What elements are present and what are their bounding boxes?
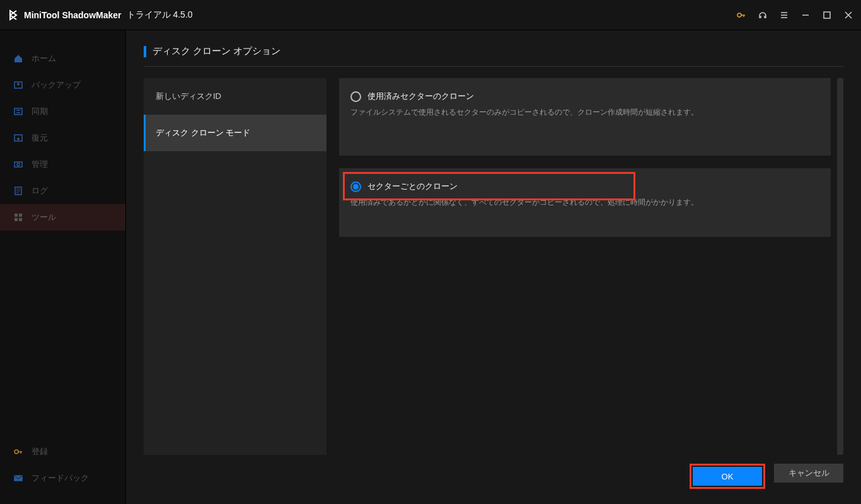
minimize-icon[interactable] (800, 10, 811, 20)
page-header: ディスク クローン オプション (144, 45, 843, 67)
sync-icon (13, 106, 24, 117)
svg-rect-9 (19, 214, 22, 217)
option-title: セクターごとのクローン (367, 181, 458, 192)
ok-button-highlight: OK (690, 464, 765, 489)
tab-new-disk-id[interactable]: 新しいディスクID (144, 78, 326, 115)
home-icon (13, 53, 24, 64)
svg-rect-10 (14, 218, 18, 221)
cancel-button[interactable]: キャンセル (774, 464, 843, 483)
radio-unselected-icon[interactable] (350, 91, 361, 102)
options-panel: 使用済みセクターのクローン ファイルシステムで使用されるセクターのみがコピーされ… (339, 78, 831, 455)
option-title: 使用済みセクターのクローン (367, 91, 474, 102)
svg-rect-11 (19, 218, 22, 221)
window-controls (736, 10, 853, 20)
sidebar-item-label: 同期 (32, 106, 48, 117)
logo-icon (8, 9, 19, 21)
scrollbar[interactable] (837, 78, 843, 455)
app-logo: MiniTool ShadowMaker トライアル 4.5.0 (8, 9, 193, 21)
tab-disk-clone-mode[interactable]: ディスク クローン モード (144, 115, 326, 151)
sidebar-item-label: ツール (32, 212, 56, 223)
sidebar-item-label: 管理 (32, 159, 48, 170)
key-icon[interactable] (736, 10, 746, 20)
sidebar-item-home[interactable]: ホーム (0, 45, 125, 72)
close-icon[interactable] (843, 10, 853, 20)
tab-label: ディスク クローン モード (156, 128, 250, 137)
sidebar-item-restore[interactable]: 復元 (0, 125, 125, 151)
option-used-sector-clone[interactable]: 使用済みセクターのクローン ファイルシステムで使用されるセクターのみがコピーされ… (339, 78, 831, 156)
radio-selected-icon[interactable] (350, 181, 361, 192)
restore-icon (13, 132, 24, 144)
content-area: ディスク クローン オプション 新しいディスクID ディスク クローン モード … (126, 30, 861, 504)
sidebar-item-feedback[interactable]: フィードバック (0, 465, 125, 491)
page-title: ディスク クローン オプション (153, 45, 280, 57)
ok-button[interactable]: OK (693, 467, 762, 486)
accent-bar (144, 46, 146, 57)
tab-label: 新しいディスクID (156, 91, 221, 101)
sidebar-item-label: バックアップ (32, 79, 81, 91)
svg-rect-8 (14, 214, 18, 217)
sidebar-item-tools[interactable]: ツール (0, 204, 125, 231)
svg-point-12 (14, 450, 18, 454)
key-icon (13, 446, 24, 457)
svg-point-0 (737, 13, 741, 17)
manage-icon (13, 159, 24, 170)
sidebar: ホーム バックアップ 同期 復元 管理 ログ ツール (0, 30, 126, 504)
option-desc: ファイルシステムで使用されるセクターのみがコピーされるので、クローン作成時間が短… (350, 107, 819, 118)
headset-icon[interactable] (758, 10, 768, 20)
svg-rect-3 (14, 108, 22, 115)
sidebar-item-label: ホーム (32, 53, 56, 64)
app-name: MiniTool ShadowMaker (24, 10, 122, 20)
backup-icon (13, 79, 24, 91)
titlebar: MiniTool ShadowMaker トライアル 4.5.0 (0, 0, 861, 30)
sidebar-item-label: 復元 (32, 132, 48, 144)
tools-icon (13, 212, 24, 223)
sidebar-item-manage[interactable]: 管理 (0, 151, 125, 178)
sidebar-item-register[interactable]: 登録 (0, 438, 125, 465)
sidebar-item-log[interactable]: ログ (0, 178, 125, 204)
tab-list: 新しいディスクID ディスク クローン モード (144, 78, 326, 455)
svg-point-6 (17, 163, 20, 166)
sidebar-item-label: ログ (32, 185, 48, 197)
sidebar-item-label: フィードバック (32, 472, 89, 484)
mail-icon (13, 472, 24, 484)
menu-icon[interactable] (779, 10, 789, 20)
sidebar-item-sync[interactable]: 同期 (0, 98, 125, 125)
svg-rect-5 (14, 162, 22, 167)
app-version: トライアル 4.5.0 (127, 9, 193, 21)
maximize-icon[interactable] (822, 10, 832, 20)
option-desc: 使用済みであるかどかに関係なく、すべてのセクターがコピーされるので、処理に時間が… (350, 197, 819, 208)
sidebar-item-backup[interactable]: バックアップ (0, 72, 125, 98)
sidebar-item-label: 登録 (32, 446, 48, 457)
option-sector-by-sector-clone[interactable]: セクターごとのクローン 使用済みであるかどかに関係なく、すべてのセクターがコピー… (339, 168, 831, 237)
log-icon (13, 185, 24, 197)
svg-rect-1 (824, 12, 830, 18)
dialog-footer: OK キャンセル (144, 455, 843, 489)
